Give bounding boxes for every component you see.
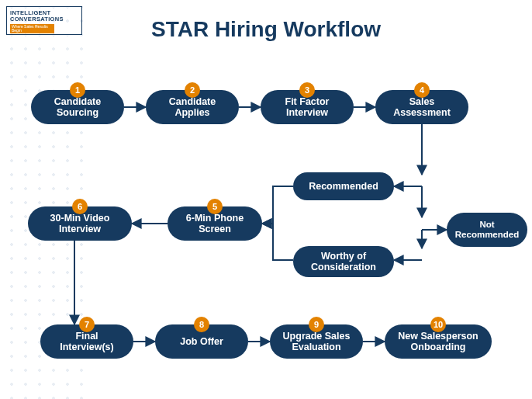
node-label: New Salesperson Onboarding xyxy=(392,331,484,353)
node-not-recommended: Not Recommended xyxy=(447,213,527,247)
node-recommended: Recommended xyxy=(293,172,394,200)
node-candidate-sourcing: 1 Candidate Sourcing xyxy=(31,90,124,124)
step-badge: 1 xyxy=(70,82,85,98)
step-badge: 2 xyxy=(185,82,200,98)
step-badge: 8 xyxy=(194,317,209,332)
node-label: 6-Min Phone Screen xyxy=(175,213,254,235)
node-label: Sales Assessment xyxy=(383,96,461,119)
step-badge: 10 xyxy=(430,317,446,332)
step-badge: 3 xyxy=(299,82,315,98)
node-final-interviews: 7 Final Interview(s) xyxy=(40,324,133,359)
node-label: Recommended xyxy=(309,181,378,192)
node-video-interview: 6 30-Min Video Interview xyxy=(28,206,132,241)
node-label: Not Recommended xyxy=(454,220,520,240)
step-badge: 5 xyxy=(207,199,223,214)
node-label: Candidate Sourcing xyxy=(39,96,116,119)
node-candidate-applies: 2 Candidate Applies xyxy=(146,90,239,124)
step-badge: 4 xyxy=(414,82,430,98)
node-phone-screen: 5 6-Min Phone Screen xyxy=(168,206,262,241)
node-new-salesperson-onboarding: 10 New Salesperson Onboarding xyxy=(385,324,492,359)
step-badge: 9 xyxy=(309,317,324,332)
node-fit-factor-interview: 3 Fit Factor Interview xyxy=(261,90,354,124)
node-worthy-of-consideration: Worthy of Consideration xyxy=(293,246,394,277)
node-upgrade-sales-evaluation: 9 Upgrade Sales Evaluation xyxy=(270,324,363,359)
node-job-offer: 8 Job Offer xyxy=(155,324,248,359)
node-label: Final Interview(s) xyxy=(48,331,126,353)
node-sales-assessment: 4 Sales Assessment xyxy=(375,90,468,124)
node-label: Job Offer xyxy=(180,336,223,347)
node-label: Worthy of Consideration xyxy=(301,251,386,273)
node-label: Upgrade Sales Evaluation xyxy=(278,331,355,353)
step-badge: 6 xyxy=(72,199,88,214)
step-badge: 7 xyxy=(79,317,95,332)
node-label: 30-Min Video Interview xyxy=(36,213,124,235)
node-label: Fit Factor Interview xyxy=(268,96,346,119)
node-label: Candidate Applies xyxy=(154,96,231,119)
